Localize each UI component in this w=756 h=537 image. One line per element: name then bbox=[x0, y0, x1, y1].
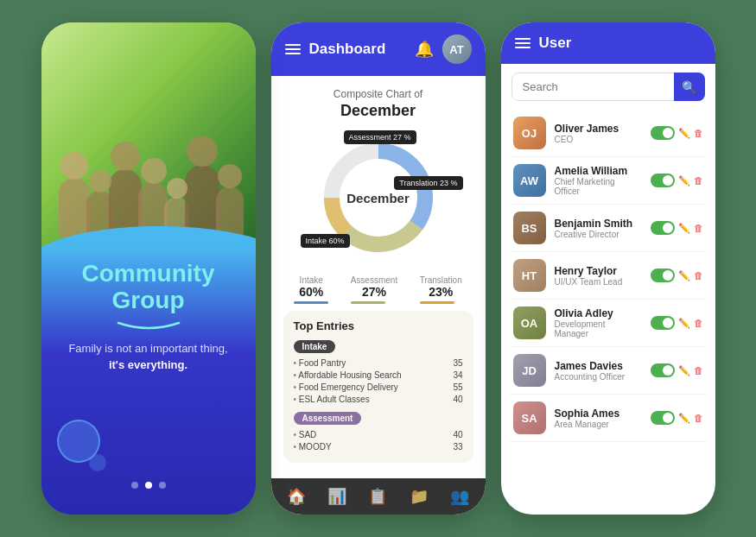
user-role: Development Manager bbox=[555, 319, 642, 338]
user-info: James Davies Accounting Officer bbox=[555, 360, 642, 382]
search-button[interactable]: 🔍 bbox=[674, 73, 705, 101]
user-toggle[interactable] bbox=[651, 221, 675, 235]
middle-header: Dashboard 🔔 AT bbox=[271, 22, 486, 76]
edit-icon[interactable]: ✏️ bbox=[678, 223, 690, 234]
user-avatar: OA bbox=[513, 306, 546, 339]
stat-intake-bar bbox=[294, 301, 328, 304]
dot-1[interactable] bbox=[131, 482, 138, 489]
middle-phone: Dashboard 🔔 AT Composite Chart of Decemb… bbox=[271, 22, 486, 515]
user-avatar: AW bbox=[513, 164, 546, 197]
user-name: Olivia Adley bbox=[555, 307, 642, 319]
left-phone-content: Community Group Family is not an importa… bbox=[41, 247, 256, 515]
user-avatar: OJ bbox=[513, 117, 546, 149]
right-header: User bbox=[501, 22, 715, 64]
user-role: Accounting Officer bbox=[555, 372, 642, 382]
hamburger-icon[interactable] bbox=[285, 44, 301, 54]
edit-icon[interactable]: ✏️ bbox=[678, 365, 690, 376]
delete-icon[interactable]: 🗑 bbox=[694, 318, 703, 328]
user-toggle[interactable] bbox=[651, 363, 675, 377]
brand-name: Community Group bbox=[82, 261, 215, 314]
bell-icon[interactable]: 🔔 bbox=[415, 40, 434, 59]
user-list: OJ Oliver James CEO ✏️ 🗑 AW Amelia Willi… bbox=[501, 110, 715, 515]
edit-icon[interactable]: ✏️ bbox=[678, 318, 690, 329]
right-hamburger-icon[interactable] bbox=[515, 38, 530, 48]
stat-assessment-label: Assessment bbox=[351, 275, 397, 285]
intake-entry-row: Food Emergency Delivery55 bbox=[294, 382, 463, 392]
assessment-entries: SAD40MOODY33 bbox=[294, 430, 463, 452]
stat-translation: Translation 23% bbox=[420, 275, 462, 304]
delete-icon[interactable]: 🗑 bbox=[694, 365, 703, 376]
stat-translation-value: 23% bbox=[420, 285, 462, 299]
user-actions: ✏️ 🗑 bbox=[651, 126, 703, 140]
dot-3[interactable] bbox=[159, 482, 166, 489]
user-avatar[interactable]: AT bbox=[442, 35, 472, 64]
user-actions: ✏️ 🗑 bbox=[651, 221, 703, 235]
chart-subtitle: Composite Chart of bbox=[283, 88, 473, 100]
assessment-badge: Assessment bbox=[294, 412, 362, 425]
intake-entries: Food Pantry35Affordable Housing Search34… bbox=[294, 358, 463, 404]
edit-icon[interactable]: ✏️ bbox=[678, 270, 690, 281]
nav-home-icon[interactable]: 🏠 bbox=[287, 487, 306, 506]
user-list-item: HT Henry Taylor UI/UX Team Lead ✏️ 🗑 bbox=[510, 252, 707, 300]
intake-entry-row: ESL Adult Classes40 bbox=[294, 395, 463, 404]
delete-icon[interactable]: 🗑 bbox=[694, 413, 703, 423]
nav-people-icon[interactable]: 👥 bbox=[450, 487, 469, 506]
stat-intake-label: Intake bbox=[294, 275, 328, 285]
user-toggle[interactable] bbox=[651, 411, 675, 425]
user-info: Amelia William Chief Marketing Officer bbox=[555, 165, 642, 196]
edit-icon[interactable]: ✏️ bbox=[678, 413, 690, 424]
user-info: Benjamin Smith Creative Director bbox=[555, 218, 642, 239]
assessment-entry-row: SAD40 bbox=[294, 430, 463, 439]
user-info: Henry Taylor UI/UX Team Lead bbox=[555, 265, 642, 287]
donut-chart: December Assessment 27 % Translation 23 … bbox=[309, 129, 448, 267]
delete-icon[interactable]: 🗑 bbox=[694, 270, 703, 281]
top-entries-card: Top Entries Intake Food Pantry35Affordab… bbox=[283, 311, 473, 463]
dots-navigation bbox=[131, 482, 166, 497]
user-actions: ✏️ 🗑 bbox=[651, 316, 703, 330]
user-list-item: OJ Oliver James CEO ✏️ 🗑 bbox=[510, 110, 707, 157]
left-phone: Community Group Family is not an importa… bbox=[41, 22, 256, 515]
nav-list-icon[interactable]: 📋 bbox=[368, 487, 387, 506]
user-name: Benjamin Smith bbox=[555, 218, 642, 230]
middle-body: Composite Chart of December De bbox=[271, 76, 486, 478]
user-actions: ✏️ 🗑 bbox=[651, 268, 703, 282]
user-name: Amelia William bbox=[555, 165, 642, 177]
user-toggle[interactable] bbox=[651, 126, 675, 140]
user-actions: ✏️ 🗑 bbox=[651, 174, 703, 187]
dashboard-title: Dashboard bbox=[309, 41, 406, 58]
user-name: Sophia Ames bbox=[555, 407, 642, 420]
right-phone: User 🔍 OJ Oliver James CEO ✏️ 🗑 AW Ameli… bbox=[501, 22, 715, 515]
user-name: Henry Taylor bbox=[555, 265, 642, 277]
top-entries-title: Top Entries bbox=[294, 319, 463, 332]
dot-2[interactable] bbox=[145, 482, 152, 489]
stat-translation-bar bbox=[420, 301, 454, 304]
user-page-title: User bbox=[539, 35, 702, 52]
user-name: James Davies bbox=[555, 360, 642, 372]
nav-folder-icon[interactable]: 📁 bbox=[410, 487, 429, 506]
edit-icon[interactable]: ✏️ bbox=[678, 175, 690, 186]
nav-chart-icon[interactable]: 📊 bbox=[327, 487, 346, 506]
user-name: Oliver James bbox=[555, 123, 642, 135]
user-info: Sophia Ames Area Manager bbox=[555, 407, 642, 429]
user-toggle[interactable] bbox=[651, 316, 675, 330]
user-list-item: OA Olivia Adley Development Manager ✏️ 🗑 bbox=[510, 300, 707, 347]
user-avatar: SA bbox=[513, 401, 546, 434]
delete-icon[interactable]: 🗑 bbox=[694, 128, 703, 138]
user-role: UI/UX Team Lead bbox=[555, 277, 642, 287]
stat-intake-value: 60% bbox=[294, 285, 328, 299]
tagline: Family is not an important thing, it's e… bbox=[68, 340, 227, 374]
user-role: Area Manager bbox=[555, 420, 642, 429]
delete-icon[interactable]: 🗑 bbox=[694, 223, 703, 233]
user-list-item: SA Sophia Ames Area Manager ✏️ 🗑 bbox=[510, 395, 707, 442]
user-info: Oliver James CEO bbox=[555, 123, 642, 144]
user-toggle[interactable] bbox=[651, 268, 675, 282]
edit-icon[interactable]: ✏️ bbox=[678, 128, 690, 139]
user-toggle[interactable] bbox=[651, 174, 675, 187]
delete-icon[interactable]: 🗑 bbox=[694, 175, 703, 186]
stat-assessment: Assessment 27% bbox=[351, 275, 397, 304]
user-info: Olivia Adley Development Manager bbox=[555, 307, 642, 338]
stat-assessment-value: 27% bbox=[351, 285, 397, 299]
search-bar: 🔍 bbox=[511, 73, 705, 101]
user-list-item: BS Benjamin Smith Creative Director ✏️ 🗑 bbox=[510, 205, 707, 252]
user-list-item: JD James Davies Accounting Officer ✏️ 🗑 bbox=[510, 347, 707, 395]
